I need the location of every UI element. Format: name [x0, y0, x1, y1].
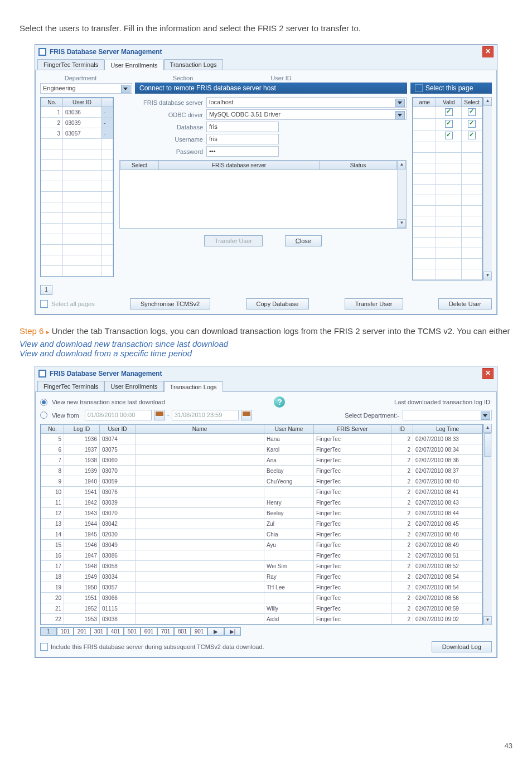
logs-row[interactable]: 17194803058Wei SimFingerTec202/07/2010 0… [41, 561, 482, 572]
help-icon[interactable]: ? [274, 396, 285, 408]
tab-user-enrollments[interactable]: User Enrollments [104, 381, 163, 391]
scroll-up-icon[interactable]: ▲ [483, 97, 492, 106]
close-panel-button[interactable]: CCloselose [285, 235, 322, 246]
pager-page[interactable]: 701 [157, 627, 174, 636]
include-checkbox[interactable] [40, 643, 48, 651]
right-grid-row[interactable] [413, 107, 482, 119]
valid-checkbox[interactable] [445, 108, 453, 116]
input-odbc-driver[interactable]: MySQL ODBC 3.51 Driver [206, 109, 407, 120]
logs-row[interactable]: 19195003057TH LeeFingerTec202/07/2010 08… [41, 582, 482, 593]
label-password: Password [119, 148, 206, 155]
transfer-user-button[interactable]: Transfer User [345, 298, 403, 309]
pager-page[interactable]: 1 [40, 627, 57, 636]
select-page-checkbox[interactable] [415, 84, 423, 92]
logs-cell: 03086 [100, 550, 136, 561]
input-password[interactable]: ••• [206, 146, 279, 157]
tab-user-enrollments[interactable]: User Enrollments [104, 60, 163, 70]
logs-row[interactable]: 11194203039HenryFingerTec202/07/2010 08:… [41, 497, 482, 508]
scroll-down-icon[interactable]: ▼ [483, 272, 492, 280]
select-checkbox[interactable] [468, 132, 476, 139]
logs-cell [136, 476, 264, 487]
logs-cell: FingerTec [314, 593, 391, 603]
center-form-area: FRIS database server localhost ODBC driv… [114, 97, 412, 246]
logs-cell: 02/07/2010 08:56 [413, 593, 482, 603]
pager-page[interactable]: 901 [191, 627, 207, 636]
right-grid-row[interactable] [413, 119, 482, 130]
tab-fingertec-terminals[interactable]: FingerTec Terminals [37, 59, 104, 70]
left-grid-row[interactable]: 1 03036 - [41, 107, 113, 118]
pager-page[interactable]: 201 [74, 627, 90, 636]
logs-scrollbar[interactable]: ▲ ▼ [483, 424, 492, 625]
left-grid-row[interactable]: 2 03039 - [41, 118, 113, 128]
synchronise-button[interactable]: Synchronise TCMSv2 [130, 298, 210, 309]
logs-cell: 03038 [100, 614, 136, 625]
select-all-pages-checkbox[interactable] [40, 300, 48, 308]
radio-view-new[interactable] [40, 399, 47, 406]
close-button[interactable]: ✕ [482, 46, 494, 57]
department-dropdown[interactable]: Engineering [40, 83, 132, 94]
logs-row[interactable]: 22195303038AididFingerTec202/07/2010 09:… [41, 614, 482, 625]
inner-grid-scrollbar[interactable]: ▲ ▼ [397, 161, 406, 228]
left-grid-row[interactable]: 3 03057 - [41, 128, 113, 139]
logs-cell: 03039 [100, 497, 136, 508]
logs-row[interactable]: 10194103076FingerTec202/07/2010 08:41 [41, 487, 482, 497]
pager-page[interactable]: 301 [90, 627, 107, 636]
input-fris-server[interactable]: localhost [206, 97, 407, 108]
inner-grid-empty [120, 170, 397, 229]
copy-database-button[interactable]: Copy Database [246, 298, 309, 309]
tab-transaction-logs[interactable]: Transaction Logs [164, 59, 223, 70]
pager-last-icon[interactable]: ▶| [224, 627, 241, 636]
calendar-from-icon[interactable] [154, 410, 165, 420]
logs-row[interactable]: 6193703075KarolFingerTec202/07/2010 08:3… [41, 444, 482, 455]
logs-cell: 03075 [100, 444, 136, 455]
logs-row[interactable]: 9194003059ChuYeongFingerTec202/07/2010 0… [41, 476, 482, 487]
logs-row[interactable]: 13194403042ZulFingerTec202/07/2010 08:45 [41, 519, 482, 529]
valid-checkbox[interactable] [445, 120, 453, 128]
scroll-down-icon[interactable]: ▼ [398, 219, 406, 228]
page-indicator[interactable]: 1 [40, 285, 52, 295]
select-checkbox[interactable] [468, 120, 476, 128]
pager-page[interactable]: 501 [124, 627, 141, 636]
pager-page[interactable]: 401 [107, 627, 124, 636]
scroll-down-icon[interactable]: ▼ [483, 616, 492, 625]
logs-cell: 2 [391, 572, 413, 582]
logs-cell [136, 593, 264, 603]
close-button[interactable]: ✕ [482, 368, 494, 379]
pager-page[interactable]: 801 [174, 627, 191, 636]
select-department-dropdown[interactable] [403, 410, 492, 420]
logs-row[interactable]: 16194703086FingerTec202/07/2010 08:51 [41, 550, 482, 561]
scroll-up-icon[interactable]: ▲ [483, 424, 492, 433]
tab-fingertec-terminals[interactable]: FingerTec Terminals [37, 381, 104, 391]
pager-page[interactable]: 101 [57, 627, 74, 636]
tab-transaction-logs[interactable]: Transaction Logs [164, 381, 223, 392]
radio-view-from[interactable] [40, 412, 47, 419]
date-to-input[interactable]: 31/08/2010 23:59 [172, 410, 239, 420]
pager-page[interactable]: 601 [141, 627, 157, 636]
input-database[interactable]: fris [206, 122, 279, 132]
logs-row[interactable]: 5193603074HanaFingerTec202/07/2010 08:33 [41, 434, 482, 444]
logs-row[interactable]: 15194603049AyuFingerTec202/07/2010 08:49 [41, 540, 482, 550]
scroll-up-icon[interactable]: ▲ [398, 161, 406, 170]
date-from-input[interactable]: 01/08/2010 00:00 [85, 410, 152, 420]
valid-checkbox[interactable] [445, 132, 453, 139]
logs-row[interactable]: 21195201115WillyFingerTec202/07/2010 08:… [41, 603, 482, 614]
logs-row[interactable]: 7193803060AnaFingerTec202/07/2010 08:36 [41, 455, 482, 466]
right-grid-scrollbar[interactable]: ▲ ▼ [483, 97, 492, 280]
logs-cell: 02/07/2010 08:54 [413, 582, 482, 593]
logs-cell: 02/07/2010 08:41 [413, 487, 482, 497]
select-checkbox[interactable] [468, 108, 476, 116]
pager-next-icon[interactable]: ▶ [207, 627, 224, 636]
logs-cell: 2 [391, 603, 413, 614]
logs-row[interactable]: 8193903070BeelayFingerTec202/07/2010 08:… [41, 466, 482, 476]
scroll-thumb[interactable] [484, 433, 491, 457]
download-log-button[interactable]: Download Log [432, 641, 492, 652]
logs-row[interactable]: 20195103066FingerTec202/07/2010 08:56 [41, 593, 482, 603]
logs-row[interactable]: 12194303070BeelayFingerTec202/07/2010 08… [41, 508, 482, 519]
delete-user-button[interactable]: Delete User [438, 298, 492, 309]
right-grid-row[interactable] [413, 130, 482, 142]
select-this-page-box[interactable]: Select this page [410, 83, 492, 94]
logs-row[interactable]: 18194903034RayFingerTec202/07/2010 08:54 [41, 572, 482, 582]
calendar-to-icon[interactable] [241, 410, 252, 420]
logs-row[interactable]: 14194502030ChiaFingerTec202/07/2010 08:4… [41, 529, 482, 540]
input-username[interactable]: fris [206, 134, 279, 144]
